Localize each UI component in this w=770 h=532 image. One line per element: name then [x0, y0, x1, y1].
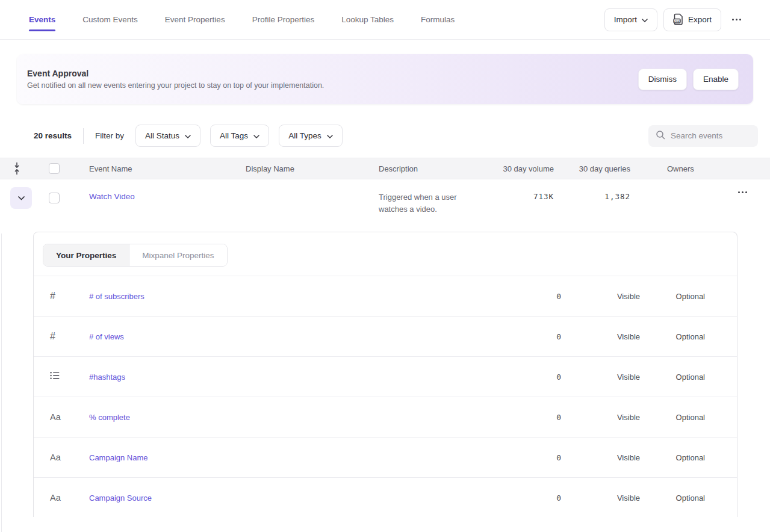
- export-button-label: Export: [688, 15, 712, 24]
- nav-tab-label: Formulas: [421, 15, 455, 24]
- column-header-owners[interactable]: Owners: [630, 164, 715, 173]
- search-input[interactable]: [671, 131, 749, 140]
- nav-tab-label: Events: [29, 15, 55, 24]
- filter-dropdown[interactable]: All Tags: [210, 125, 269, 147]
- more-icon: [738, 191, 740, 193]
- properties-panel: Your Properties Mixpanel Properties # Aa…: [33, 232, 737, 517]
- property-sample-count: 0: [501, 453, 561, 462]
- banner-description: Get notified on all new events entering …: [27, 81, 324, 90]
- nav-tab[interactable]: Custom Events: [82, 15, 138, 24]
- chevron-down-icon: [185, 131, 191, 140]
- nav-tab-label: Event Properties: [165, 15, 225, 24]
- text-type-icon: Aa: [50, 453, 61, 462]
- chevron-down-icon: [253, 131, 259, 140]
- column-header-description[interactable]: Description: [379, 164, 494, 173]
- properties-tab-group: Your Properties Mixpanel Properties: [43, 244, 228, 267]
- banner-text: Event Approval Get notified on all new e…: [27, 69, 324, 90]
- expanded-row-indicator-line: [1, 234, 2, 532]
- number-type-icon: #: [50, 331, 55, 342]
- row-checkbox[interactable]: [49, 193, 60, 203]
- property-visibility: Visible: [561, 373, 640, 382]
- property-sample-count: 0: [501, 292, 561, 301]
- nav-tab-label: Custom Events: [82, 15, 138, 24]
- filter-dropdowns: All Status All Tags All Types: [135, 125, 343, 147]
- more-options-button[interactable]: [727, 8, 746, 31]
- expanded-properties-area: Your Properties Mixpanel Properties # Aa…: [0, 218, 770, 517]
- nav-tab[interactable]: Lookup Tables: [341, 15, 394, 24]
- event-row-watch-video: Watch Video Triggered when a user watche…: [0, 179, 770, 218]
- column-header-event-name[interactable]: Event Name: [89, 164, 246, 173]
- properties-tab[interactable]: Your Properties: [43, 244, 129, 266]
- top-navigation: Events Custom Events Event Properties Pr…: [0, 0, 770, 40]
- event-name-link[interactable]: Watch Video: [89, 179, 246, 201]
- active-tab-underline: [29, 29, 55, 31]
- property-row: # Aa Campaign Source 0 Visible Optional: [34, 478, 737, 517]
- property-visibility: Visible: [561, 493, 640, 503]
- property-name-link[interactable]: Campaign Source: [89, 493, 501, 503]
- property-row: # Aa Campaign Name 0 Visible Optional: [34, 438, 737, 478]
- properties-tab[interactable]: Mixpanel Properties: [129, 244, 226, 266]
- properties-tabs-row: Your Properties Mixpanel Properties: [34, 232, 737, 276]
- csv-file-icon: csv: [673, 13, 683, 26]
- column-header-30-day-volume[interactable]: 30 day volume: [494, 164, 554, 173]
- import-button-label: Import: [614, 15, 637, 24]
- column-header-display-name[interactable]: Display Name: [246, 164, 379, 173]
- property-sample-count: 0: [501, 493, 561, 503]
- filter-dropdown-label: All Status: [145, 131, 179, 140]
- search-icon: [656, 130, 665, 142]
- enable-button[interactable]: Enable: [693, 69, 739, 90]
- row-more-button[interactable]: [733, 191, 752, 193]
- nav-tabs: Events Custom Events Event Properties Pr…: [29, 15, 455, 24]
- filter-dropdown[interactable]: All Types: [279, 125, 343, 147]
- property-sample-count: 0: [501, 413, 561, 422]
- property-row: # Aa #hashtags 0 Visible Optional: [34, 357, 737, 397]
- import-button[interactable]: Import: [604, 8, 657, 31]
- select-all-checkbox[interactable]: [49, 163, 60, 174]
- divider: [83, 128, 84, 144]
- property-name-link[interactable]: % complete: [89, 413, 501, 422]
- dismiss-button[interactable]: Dismiss: [638, 69, 687, 90]
- property-name-link[interactable]: Campaign Name: [89, 453, 501, 462]
- more-icon: [732, 19, 734, 20]
- nav-tab[interactable]: Profile Properties: [252, 15, 315, 24]
- property-visibility: Visible: [561, 332, 640, 341]
- banner-title: Event Approval: [27, 69, 324, 78]
- property-sample-count: 0: [501, 332, 561, 341]
- chevron-down-icon: [18, 196, 25, 200]
- property-name-link[interactable]: # of subscribers: [89, 292, 501, 301]
- svg-text:csv: csv: [674, 19, 680, 22]
- properties-list: # Aa # of subscribers 0 Visible Optional…: [34, 276, 737, 517]
- filter-dropdown-label: All Tags: [220, 131, 248, 140]
- filter-by-label: Filter by: [95, 131, 124, 140]
- display-name-cell: [246, 179, 353, 191]
- collapse-all-button[interactable]: [0, 162, 34, 175]
- property-requirement: Optional: [640, 292, 705, 301]
- nav-tab-label: Profile Properties: [252, 15, 315, 24]
- number-type-icon: #: [50, 291, 55, 302]
- property-requirement: Optional: [640, 413, 705, 422]
- description-cell: Triggered when a user watches a video.: [379, 179, 486, 215]
- filter-dropdown[interactable]: All Status: [135, 125, 200, 147]
- filter-dropdown-label: All Types: [288, 131, 321, 140]
- chevron-down-icon: [642, 15, 648, 24]
- banner-actions: Dismiss Enable: [638, 69, 739, 90]
- lexicon-events-page: Events Custom Events Event Properties Pr…: [0, 0, 770, 532]
- text-type-icon: Aa: [50, 412, 61, 422]
- property-sample-count: 0: [501, 373, 561, 382]
- nav-tab[interactable]: Events: [29, 15, 55, 24]
- export-button[interactable]: csv Export: [663, 8, 721, 31]
- property-requirement: Optional: [640, 332, 705, 341]
- property-visibility: Visible: [561, 292, 640, 301]
- property-row: # Aa % complete 0 Visible Optional: [34, 397, 737, 438]
- property-name-link[interactable]: # of views: [89, 332, 501, 341]
- filter-toolbar: 20 results Filter by All Status All Tags…: [34, 125, 758, 147]
- search-box[interactable]: [648, 125, 758, 147]
- nav-tab[interactable]: Formulas: [421, 15, 455, 24]
- nav-tab[interactable]: Event Properties: [165, 15, 225, 24]
- nav-tab-label: Lookup Tables: [341, 15, 394, 24]
- collapse-rows-icon: [13, 162, 20, 175]
- column-header-30-day-queries[interactable]: 30 day queries: [554, 164, 630, 173]
- nav-actions: Import csv Export: [604, 8, 746, 31]
- property-name-link[interactable]: #hashtags: [89, 373, 501, 382]
- collapse-row-button[interactable]: [10, 187, 32, 209]
